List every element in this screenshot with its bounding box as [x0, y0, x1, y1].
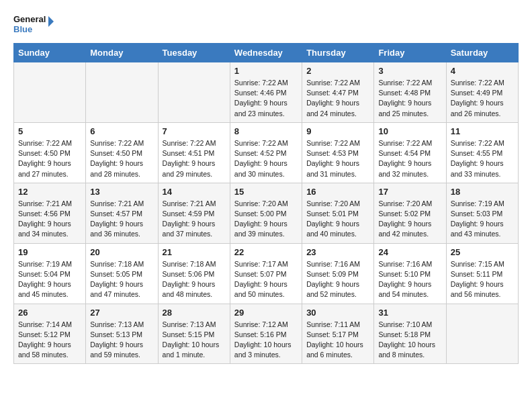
day-number: 31 — [378, 308, 441, 318]
day-number: 7 — [163, 126, 226, 136]
day-info: Sunrise: 7:10 AM Sunset: 5:18 PM Dayligh… — [378, 320, 441, 361]
day-number: 12 — [18, 187, 81, 197]
day-info: Sunrise: 7:13 AM Sunset: 5:15 PM Dayligh… — [163, 320, 226, 361]
column-header-thursday: Thursday — [302, 44, 374, 62]
day-info: Sunrise: 7:15 AM Sunset: 5:11 PM Dayligh… — [451, 259, 514, 300]
svg-marker-2 — [48, 16, 54, 27]
day-number: 26 — [18, 308, 81, 318]
day-info: Sunrise: 7:13 AM Sunset: 5:13 PM Dayligh… — [90, 320, 153, 361]
calendar-cell: 28Sunrise: 7:13 AM Sunset: 5:15 PM Dayli… — [158, 304, 230, 364]
day-info: Sunrise: 7:18 AM Sunset: 5:05 PM Dayligh… — [90, 259, 153, 300]
calendar-cell: 15Sunrise: 7:20 AM Sunset: 5:00 PM Dayli… — [230, 183, 302, 243]
day-info: Sunrise: 7:22 AM Sunset: 4:47 PM Dayligh… — [306, 78, 369, 119]
calendar-cell: 14Sunrise: 7:21 AM Sunset: 4:59 PM Dayli… — [158, 183, 230, 243]
day-number: 5 — [18, 126, 81, 136]
day-number: 9 — [306, 126, 369, 136]
day-number: 6 — [90, 126, 153, 136]
day-info: Sunrise: 7:14 AM Sunset: 5:12 PM Dayligh… — [18, 320, 81, 361]
calendar-cell: 20Sunrise: 7:18 AM Sunset: 5:05 PM Dayli… — [86, 243, 158, 304]
day-number: 27 — [90, 308, 153, 318]
calendar-cell — [14, 62, 86, 123]
day-info: Sunrise: 7:22 AM Sunset: 4:49 PM Dayligh… — [451, 78, 514, 119]
day-number: 18 — [451, 187, 514, 197]
day-number: 4 — [451, 66, 514, 76]
day-info: Sunrise: 7:16 AM Sunset: 5:10 PM Dayligh… — [378, 259, 441, 300]
day-info: Sunrise: 7:18 AM Sunset: 5:06 PM Dayligh… — [163, 259, 226, 300]
calendar-header-row: SundayMondayTuesdayWednesdayThursdayFrid… — [14, 44, 519, 62]
column-header-sunday: Sunday — [14, 44, 86, 62]
day-info: Sunrise: 7:19 AM Sunset: 5:04 PM Dayligh… — [18, 259, 81, 300]
calendar-cell — [158, 62, 230, 123]
calendar-cell — [446, 304, 518, 364]
logo-svg: General Blue — [13, 11, 54, 36]
day-number: 15 — [234, 187, 298, 197]
calendar-table: SundayMondayTuesdayWednesdayThursdayFrid… — [13, 43, 519, 364]
day-info: Sunrise: 7:22 AM Sunset: 4:54 PM Dayligh… — [378, 138, 441, 179]
calendar-cell: 12Sunrise: 7:21 AM Sunset: 4:56 PM Dayli… — [14, 183, 86, 243]
day-number: 24 — [378, 247, 441, 257]
day-number: 16 — [306, 187, 369, 197]
day-number: 23 — [306, 247, 369, 257]
day-number: 17 — [378, 187, 441, 197]
calendar-cell: 22Sunrise: 7:17 AM Sunset: 5:07 PM Dayli… — [230, 243, 302, 304]
day-number: 2 — [306, 66, 369, 76]
calendar-cell: 30Sunrise: 7:11 AM Sunset: 5:17 PM Dayli… — [302, 304, 374, 364]
calendar-cell: 4Sunrise: 7:22 AM Sunset: 4:49 PM Daylig… — [446, 62, 518, 123]
calendar-cell: 24Sunrise: 7:16 AM Sunset: 5:10 PM Dayli… — [374, 243, 446, 304]
column-header-wednesday: Wednesday — [230, 44, 302, 62]
day-info: Sunrise: 7:20 AM Sunset: 5:02 PM Dayligh… — [378, 199, 441, 240]
svg-text:Blue: Blue — [13, 24, 32, 34]
day-number: 8 — [234, 126, 298, 136]
calendar-week-row: 1Sunrise: 7:22 AM Sunset: 4:46 PM Daylig… — [14, 62, 519, 123]
calendar-cell: 7Sunrise: 7:22 AM Sunset: 4:51 PM Daylig… — [158, 122, 230, 183]
day-info: Sunrise: 7:12 AM Sunset: 5:16 PM Dayligh… — [234, 320, 298, 361]
day-info: Sunrise: 7:19 AM Sunset: 5:03 PM Dayligh… — [451, 199, 514, 240]
day-info: Sunrise: 7:21 AM Sunset: 4:56 PM Dayligh… — [18, 199, 81, 240]
calendar-cell: 25Sunrise: 7:15 AM Sunset: 5:11 PM Dayli… — [446, 243, 518, 304]
calendar-cell: 1Sunrise: 7:22 AM Sunset: 4:46 PM Daylig… — [230, 62, 302, 123]
day-number: 30 — [306, 308, 369, 318]
day-info: Sunrise: 7:11 AM Sunset: 5:17 PM Dayligh… — [306, 320, 369, 361]
svg-text:General: General — [13, 14, 46, 24]
day-info: Sunrise: 7:22 AM Sunset: 4:52 PM Dayligh… — [234, 138, 298, 179]
day-number: 14 — [163, 187, 226, 197]
column-header-friday: Friday — [374, 44, 446, 62]
day-info: Sunrise: 7:22 AM Sunset: 4:46 PM Dayligh… — [234, 78, 298, 119]
calendar-cell: 19Sunrise: 7:19 AM Sunset: 5:04 PM Dayli… — [14, 243, 86, 304]
calendar-cell: 13Sunrise: 7:21 AM Sunset: 4:57 PM Dayli… — [86, 183, 158, 243]
day-info: Sunrise: 7:22 AM Sunset: 4:55 PM Dayligh… — [451, 138, 514, 179]
day-number: 20 — [90, 247, 153, 257]
calendar-week-row: 19Sunrise: 7:19 AM Sunset: 5:04 PM Dayli… — [14, 243, 519, 304]
calendar-cell: 5Sunrise: 7:22 AM Sunset: 4:50 PM Daylig… — [14, 122, 86, 183]
day-number: 21 — [163, 247, 226, 257]
column-header-monday: Monday — [86, 44, 158, 62]
calendar-cell: 2Sunrise: 7:22 AM Sunset: 4:47 PM Daylig… — [302, 62, 374, 123]
calendar-cell: 11Sunrise: 7:22 AM Sunset: 4:55 PM Dayli… — [446, 122, 518, 183]
calendar-week-row: 12Sunrise: 7:21 AM Sunset: 4:56 PM Dayli… — [14, 183, 519, 243]
calendar-cell: 6Sunrise: 7:22 AM Sunset: 4:50 PM Daylig… — [86, 122, 158, 183]
day-number: 1 — [234, 66, 298, 76]
calendar-cell: 21Sunrise: 7:18 AM Sunset: 5:06 PM Dayli… — [158, 243, 230, 304]
day-number: 22 — [234, 247, 298, 257]
day-info: Sunrise: 7:22 AM Sunset: 4:51 PM Dayligh… — [163, 138, 226, 179]
day-info: Sunrise: 7:22 AM Sunset: 4:50 PM Dayligh… — [90, 138, 153, 179]
calendar-cell: 26Sunrise: 7:14 AM Sunset: 5:12 PM Dayli… — [14, 304, 86, 364]
calendar-cell: 29Sunrise: 7:12 AM Sunset: 5:16 PM Dayli… — [230, 304, 302, 364]
calendar-cell: 18Sunrise: 7:19 AM Sunset: 5:03 PM Dayli… — [446, 183, 518, 243]
day-info: Sunrise: 7:20 AM Sunset: 5:01 PM Dayligh… — [306, 199, 369, 240]
column-header-tuesday: Tuesday — [158, 44, 230, 62]
calendar-cell: 27Sunrise: 7:13 AM Sunset: 5:13 PM Dayli… — [86, 304, 158, 364]
day-info: Sunrise: 7:21 AM Sunset: 4:59 PM Dayligh… — [163, 199, 226, 240]
day-info: Sunrise: 7:20 AM Sunset: 5:00 PM Dayligh… — [234, 199, 298, 240]
calendar-cell: 9Sunrise: 7:22 AM Sunset: 4:53 PM Daylig… — [302, 122, 374, 183]
calendar-cell: 8Sunrise: 7:22 AM Sunset: 4:52 PM Daylig… — [230, 122, 302, 183]
calendar-cell: 17Sunrise: 7:20 AM Sunset: 5:02 PM Dayli… — [374, 183, 446, 243]
calendar-cell: 31Sunrise: 7:10 AM Sunset: 5:18 PM Dayli… — [374, 304, 446, 364]
day-number: 25 — [451, 247, 514, 257]
day-number: 10 — [378, 126, 441, 136]
calendar-week-row: 5Sunrise: 7:22 AM Sunset: 4:50 PM Daylig… — [14, 122, 519, 183]
page-header: General Blue — [13, 11, 519, 36]
day-info: Sunrise: 7:16 AM Sunset: 5:09 PM Dayligh… — [306, 259, 369, 300]
day-info: Sunrise: 7:22 AM Sunset: 4:50 PM Dayligh… — [18, 138, 81, 179]
column-header-saturday: Saturday — [446, 44, 518, 62]
